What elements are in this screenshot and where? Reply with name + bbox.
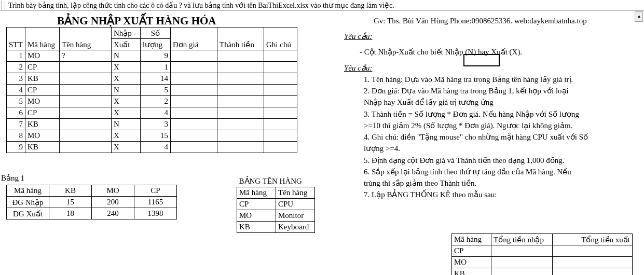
th-h1[interactable]: Tên hàng <box>276 187 315 198</box>
cell-stt[interactable]: 9 <box>7 142 25 153</box>
b1-r1-2[interactable]: 200 <box>92 197 134 208</box>
cell-dg[interactable] <box>171 85 217 96</box>
cell[interactable]: Keyboard <box>276 221 315 232</box>
cell-stt[interactable]: 6 <box>7 107 25 119</box>
formula-bar[interactable]: Trình bày bảng tính, lập công thức tính … <box>0 0 644 11</box>
cell-ten[interactable] <box>60 73 112 85</box>
cell-tt[interactable] <box>217 119 264 130</box>
tk-h1[interactable]: Tổng tiền nhập <box>491 234 553 245</box>
cell-nx[interactable]: X <box>112 142 141 153</box>
cell-nx[interactable]: X <box>112 107 141 119</box>
cell-tt[interactable] <box>217 107 264 119</box>
bang1-table[interactable]: Mã hàng KB MO CP ĐG Nhập 15 200 1165 ĐG … <box>6 185 177 219</box>
cell-sl[interactable]: 5 <box>141 85 171 96</box>
cell-dg[interactable] <box>171 62 217 73</box>
cell-dg[interactable] <box>171 107 217 119</box>
cell-dg[interactable] <box>171 96 217 107</box>
cell-stt[interactable]: 5 <box>7 96 25 107</box>
table-row[interactable]: KBKeyboard <box>237 221 315 232</box>
cell-ma[interactable]: CP <box>25 62 60 73</box>
tk-h0[interactable]: Mã hàng <box>452 234 491 245</box>
cell-ma[interactable]: KB <box>25 73 60 85</box>
cell-nx[interactable]: X <box>112 96 141 107</box>
hdr-tt[interactable]: Thành tiền <box>217 28 264 50</box>
cell-gc[interactable] <box>264 130 297 142</box>
cell[interactable] <box>553 245 633 257</box>
cell-dg[interactable] <box>171 73 217 85</box>
cell-ma[interactable]: CP <box>25 107 60 119</box>
cell[interactable]: MO <box>452 257 491 268</box>
cell-tt[interactable] <box>217 142 264 153</box>
cell-gc[interactable] <box>264 62 297 73</box>
cell-gc[interactable] <box>264 96 297 107</box>
scroll-up-icon[interactable]: ▴ <box>635 11 643 22</box>
thongke-table[interactable]: Mã hàng Tổng tiền nhập Tổng tiền xuất CP… <box>451 233 633 275</box>
b1-r2-1[interactable]: 18 <box>49 208 92 219</box>
cell-tt[interactable] <box>217 50 264 62</box>
hdr-nx1[interactable]: Nhập - <box>112 28 141 39</box>
cell-ten[interactable] <box>60 85 112 96</box>
cell-stt[interactable]: 8 <box>7 130 25 142</box>
cell-sl[interactable]: 14 <box>141 73 171 85</box>
tk-h2[interactable]: Tổng tiền xuất <box>553 234 633 245</box>
cell-tt[interactable] <box>217 96 264 107</box>
cell-nx[interactable]: N <box>112 50 141 62</box>
cell[interactable]: KB <box>452 268 491 276</box>
cell-dg[interactable] <box>171 142 217 153</box>
hdr-stt[interactable]: STT <box>7 28 25 50</box>
cell-nx[interactable]: X <box>112 130 141 142</box>
th-h0[interactable]: Mã hàng <box>237 187 276 198</box>
b1-h1[interactable]: KB <box>49 185 92 197</box>
cell-stt[interactable]: 4 <box>7 85 25 96</box>
b1-r2-3[interactable]: 1398 <box>134 208 177 219</box>
cell-nx[interactable]: N <box>112 85 141 96</box>
cell[interactable] <box>491 257 553 268</box>
b1-r1-3[interactable]: 1165 <box>134 197 177 208</box>
hdr-nx2[interactable]: Xuất <box>112 39 141 50</box>
cell-sl[interactable]: 4 <box>141 142 171 153</box>
cell[interactable] <box>553 257 633 268</box>
cell-dg[interactable] <box>171 50 217 62</box>
cell-gc[interactable] <box>264 73 297 85</box>
table-row[interactable]: KB <box>452 268 633 276</box>
cell-ma[interactable]: KB <box>25 119 60 130</box>
cell[interactable]: KB <box>237 221 276 232</box>
cell[interactable]: CPU <box>276 198 315 210</box>
cell-tt[interactable] <box>217 62 264 73</box>
table-row[interactable]: CPCPU <box>237 198 315 210</box>
cell[interactable]: Monitor <box>276 210 315 221</box>
cell-ma[interactable]: MO <box>25 96 60 107</box>
hdr-ma[interactable]: Mã hàng <box>25 28 60 50</box>
b1-h3[interactable]: CP <box>134 185 177 197</box>
formula-bar-text[interactable]: Trình bày bảng tính, lập công thức tính … <box>5 1 394 10</box>
cell-ten[interactable] <box>60 107 112 119</box>
cell-sl[interactable]: 3 <box>141 119 171 130</box>
table-row[interactable]: MOMonitor <box>237 210 315 221</box>
b1-r2-2[interactable]: 240 <box>92 208 134 219</box>
hdr-dg[interactable]: Đơn giá <box>171 28 217 50</box>
cell[interactable] <box>491 245 553 257</box>
table-row[interactable]: 1MO?N9 <box>7 50 297 62</box>
cell-ma[interactable]: MO <box>25 130 60 142</box>
table-row[interactable]: 3KBX14 <box>7 73 297 85</box>
cell-ma[interactable]: MO <box>25 50 60 62</box>
cell-ten[interactable] <box>60 96 112 107</box>
cell[interactable] <box>491 268 553 276</box>
cell-ten[interactable]: ? <box>60 50 112 62</box>
b1-h0[interactable]: Mã hàng <box>7 185 49 197</box>
table-row[interactable]: MO <box>452 257 633 268</box>
cell-ten[interactable] <box>60 142 112 153</box>
cell-ten[interactable] <box>60 62 112 73</box>
ten-hang-table[interactable]: BẢNG TÊN HÀNG Mã hàng Tên hàng CPCPUMOMo… <box>237 175 315 233</box>
hdr-sl1[interactable]: Số <box>141 28 171 39</box>
table-row[interactable]: CP <box>452 245 633 257</box>
cell-stt[interactable]: 2 <box>7 62 25 73</box>
cell-gc[interactable] <box>264 119 297 130</box>
cell-tt[interactable] <box>217 73 264 85</box>
cell-gc[interactable] <box>264 50 297 62</box>
cell-tt[interactable] <box>217 130 264 142</box>
table-row[interactable]: 5MOX2 <box>7 96 297 107</box>
cell[interactable]: CP <box>452 245 491 257</box>
hdr-sl2[interactable]: lượng <box>141 39 171 50</box>
cell-sl[interactable]: 2 <box>141 96 171 107</box>
